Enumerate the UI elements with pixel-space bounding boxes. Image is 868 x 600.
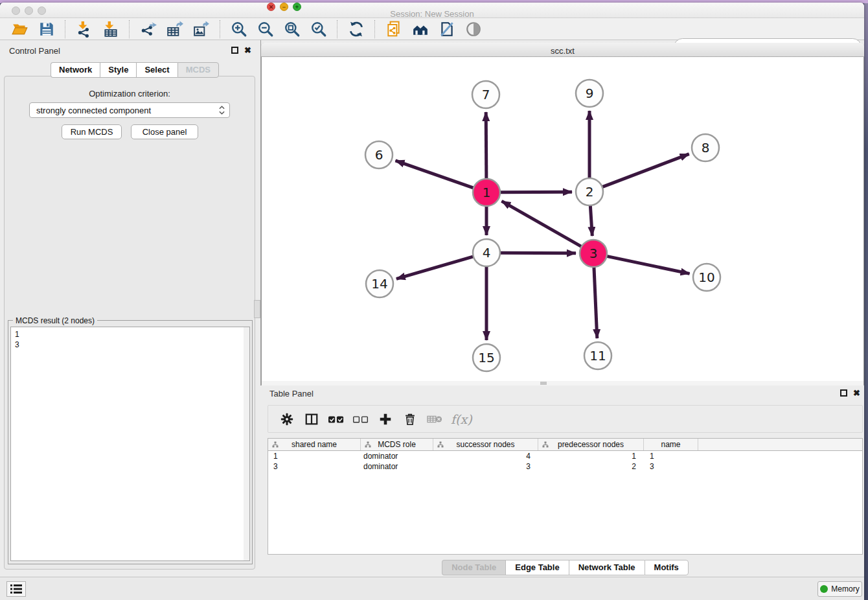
import-network-icon[interactable] [75,20,93,38]
tab-motifs[interactable]: Motifs [645,560,689,575]
deselect-all-icon[interactable] [351,410,371,428]
export-image-icon[interactable] [192,20,210,38]
tab-node-table[interactable]: Node Table [442,560,505,575]
table-row[interactable]: 3 dominator 3 2 3 [268,461,862,472]
open-session-icon[interactable] [11,20,29,38]
graph-edge[interactable] [500,192,572,192]
graph-edges [395,111,689,340]
graph-node-label: 2 [586,184,594,200]
cell-successor-nodes[interactable]: 4 [433,451,538,461]
list-icon [10,584,22,594]
graph-node-label: 4 [483,245,491,260]
table-toolbar: f(x) [268,405,863,433]
zoom-selected-icon[interactable] [310,20,327,38]
cell-shared-name[interactable]: 3 [268,461,361,472]
cell-shared-name[interactable]: 1 [268,451,361,461]
main-toolbar [0,18,864,40]
toolbar-separator [220,20,220,38]
memory-button[interactable]: Memory [817,581,862,597]
mcds-result-title: MCDS result (2 nodes) [13,316,97,325]
table-row[interactable]: 1 dominator 4 1 1 [268,451,862,461]
zoom-out-icon[interactable] [257,20,274,38]
function-builder-icon[interactable]: f(x) [451,412,472,426]
cell-predecessor-nodes[interactable]: 1 [538,451,644,461]
graph-edge[interactable] [590,205,592,236]
column-layout-icon[interactable] [302,410,321,428]
column-header-mcds-role[interactable]: MCDS role [361,439,433,450]
network-hscrollbar-handle[interactable] [540,382,547,385]
graph-edge[interactable] [395,161,474,188]
hide-labels-icon[interactable] [438,20,455,38]
tab-edge-table[interactable]: Edge Table [505,560,568,575]
optimization-criterion-select[interactable]: strongly connected component [29,102,230,118]
graph-edge[interactable] [594,267,597,338]
cell-mcds-role[interactable]: dominator [361,451,433,461]
network-close-icon[interactable]: ✕ [267,3,275,11]
column-header-predecessor-nodes[interactable]: predecessor nodes [538,439,644,450]
tab-style[interactable]: Style [100,62,136,78]
network-maximize-icon[interactable]: + [293,3,301,11]
graph-edge[interactable] [607,256,690,273]
column-type-icon [365,441,371,448]
control-panel-tabs: Network Style Select MCDS [51,62,219,78]
memory-label: Memory [831,584,859,594]
graph-edge[interactable] [501,201,581,246]
network-hscrollbar[interactable] [262,381,863,386]
close-window-icon[interactable] [12,6,20,15]
import-table-icon[interactable] [102,20,119,38]
table-header-row: shared name MCDS role successor nodes pr… [268,439,862,451]
zoom-fit-icon[interactable] [283,20,301,38]
status-bar [0,577,864,600]
clone-network-icon[interactable] [385,20,402,38]
graph-node-label: 10 [698,270,714,285]
delete-table-icon[interactable] [425,410,444,428]
export-table-icon[interactable] [166,20,183,38]
panel-splitter-handle[interactable] [254,300,260,318]
column-header-name[interactable]: name [644,439,698,450]
run-mcds-button[interactable]: Run MCDS [62,124,122,139]
tab-network[interactable]: Network [51,62,100,78]
tab-mcds[interactable]: MCDS [177,62,219,78]
close-panel-icon[interactable]: ✖ [853,389,860,397]
network-canvas[interactable]: 7968124314101511 [262,57,863,381]
minimize-window-icon[interactable] [25,6,33,15]
float-panel-icon[interactable] [840,389,847,397]
maximize-window-icon[interactable] [38,6,46,15]
delete-column-trash-icon[interactable] [400,410,420,428]
cell-successor-nodes[interactable]: 3 [433,461,538,472]
graph-edge[interactable] [396,257,474,279]
node-table: shared name MCDS role successor nodes pr… [268,438,863,555]
column-header-successor-nodes[interactable]: successor nodes [433,439,538,450]
cell-mcds-role[interactable]: dominator [361,461,433,472]
tab-select[interactable]: Select [136,62,177,78]
float-panel-icon[interactable] [231,47,238,54]
column-header-shared-name[interactable]: shared name [268,439,361,450]
cell-name[interactable]: 1 [644,451,698,461]
graph-edge[interactable] [486,112,486,179]
tab-network-table[interactable]: Network Table [569,560,645,575]
first-neighbors-icon[interactable] [411,20,429,38]
export-network-icon[interactable] [139,20,157,38]
add-column-icon[interactable] [376,410,395,428]
show-graphics-details-icon[interactable] [464,20,482,38]
mcds-result-textarea[interactable]: 1 3 [10,327,250,561]
graph-edge[interactable] [602,154,689,187]
close-panel-icon[interactable]: ✖ [244,47,251,54]
column-type-icon [437,441,444,448]
cell-predecessor-nodes[interactable]: 2 [538,461,644,472]
graph-edge[interactable] [500,253,576,253]
column-header-filler [698,439,862,450]
graph-node-label: 6 [375,147,383,163]
apply-layout-icon[interactable] [347,20,365,38]
select-all-icon[interactable] [326,410,346,428]
toolbar-separator [337,20,337,38]
zoom-in-icon[interactable] [230,20,247,38]
network-minimize-icon[interactable]: − [280,3,288,11]
task-history-button[interactable] [6,581,26,597]
close-panel-button[interactable]: Close panel [131,124,198,139]
save-session-icon[interactable] [38,20,55,38]
mcds-result-scrollbar[interactable] [244,327,249,560]
table-settings-gear-icon[interactable] [277,410,297,428]
column-type-icon [272,441,279,448]
cell-name[interactable]: 3 [644,461,698,472]
